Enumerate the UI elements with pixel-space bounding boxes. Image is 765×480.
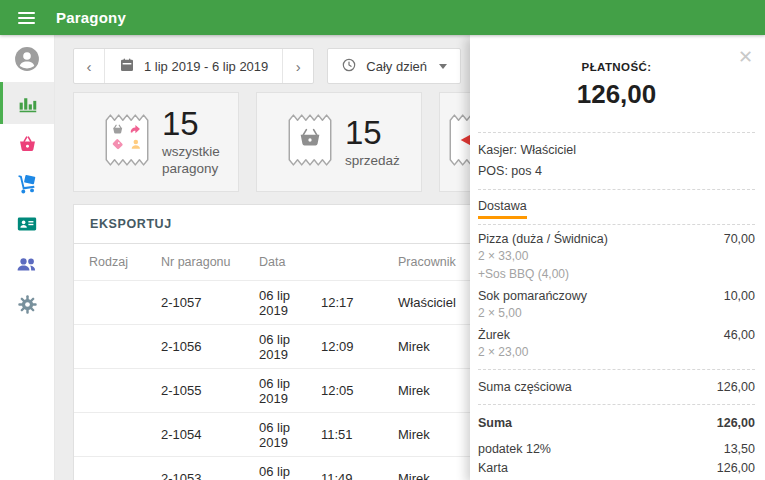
calendar-icon — [119, 57, 135, 76]
table-header-row: Rodzaj Nr paragonu Data Pracownik — [74, 244, 502, 280]
payment-amount: 126,00 — [478, 79, 755, 110]
order-type-label: Dostawa — [478, 199, 527, 219]
stat-label: paragony — [162, 160, 220, 177]
bar-chart-icon — [17, 93, 38, 114]
app-header: Paragony — [0, 0, 765, 35]
payment-method-row: Karta 126,00 — [478, 459, 755, 478]
receipt-items: Pizza (duża / Świdnica) 70,00 2 × 33,00 … — [478, 225, 755, 369]
sidebar-item-reports[interactable] — [0, 82, 54, 124]
column-header-number: Nr paragonu — [161, 255, 259, 269]
hand-truck-icon — [16, 173, 38, 195]
basket-icon — [17, 134, 38, 155]
payment-method-label: Karta — [478, 459, 508, 478]
export-button-label: EKSPORTUJ — [90, 217, 172, 231]
item-price: 10,00 — [724, 289, 755, 303]
tax-amount: 13,50 — [724, 440, 755, 459]
total-row: Suma 126,00 — [478, 414, 755, 433]
contact-card-icon — [16, 213, 38, 235]
item-price: 46,00 — [724, 328, 755, 342]
sidebar-item-supply[interactable] — [0, 164, 54, 204]
total-label: Suma — [478, 414, 512, 433]
next-period-button[interactable]: › — [283, 49, 313, 83]
sidebar-item-sales[interactable] — [0, 124, 54, 164]
item-price: 70,00 — [724, 232, 755, 246]
stat-value: 15 — [162, 107, 220, 140]
tax-label: podatek 12% — [478, 440, 551, 459]
item-name: Żurek — [478, 328, 510, 342]
table-row[interactable]: 2-1053 06 lip 2019 11:49 Mirek — [74, 456, 502, 480]
item-detail: 2 × 5,00 — [478, 306, 755, 321]
pos-line: POS: pos 4 — [478, 161, 755, 182]
date-range-button[interactable]: 1 lip 2019 - 6 lip 2019 — [104, 49, 283, 83]
subtotal-amount: 126,00 — [717, 380, 755, 394]
receipt-time: 11:49 — [321, 471, 398, 480]
prev-period-button[interactable]: ‹ — [74, 49, 104, 83]
table-row[interactable]: 2-1054 06 lip 2019 11:51 Mirek — [74, 412, 502, 456]
page-title: Paragony — [56, 9, 126, 26]
stat-card-all-receipts[interactable]: 15 wszystkie paragony — [73, 92, 239, 192]
receipt-item: Pizza (duża / Świdnica) 70,00 2 × 33,00 … — [478, 225, 755, 282]
total-amount: 126,00 — [717, 414, 755, 433]
table-row[interactable]: 2-1057 06 lip 2019 12:17 Właściciel — [74, 280, 502, 324]
receipt-date: 06 lip 2019 — [259, 420, 321, 450]
payment-label: PŁATNOŚĆ: — [478, 61, 755, 73]
column-header-date: Data — [259, 255, 321, 269]
item-name: Sok pomarańczowy — [478, 289, 587, 303]
receipt-time: 12:05 — [321, 383, 398, 398]
tax-row: podatek 12% 13,50 — [478, 440, 755, 459]
column-header-type: Rodzaj — [89, 255, 161, 269]
receipt-date: 06 lip 2019 — [259, 332, 321, 362]
subtotal-row: Suma częściowa 126,00 — [478, 370, 755, 404]
item-detail: +Sos BBQ (4,00) — [478, 267, 755, 282]
date-range-group: ‹ 1 lip 2019 - 6 lip 2019 › — [73, 48, 314, 84]
receipt-sale-icon — [287, 112, 333, 172]
order-type-row: Dostawa — [478, 190, 755, 224]
time-filter-dropdown[interactable]: Cały dzień — [328, 49, 460, 83]
receipt-date: 06 lip 2019 — [259, 464, 321, 480]
sidebar-item-settings[interactable] — [0, 284, 54, 324]
receipt-number: 2-1053 — [161, 471, 259, 480]
sidebar-item-staff[interactable] — [0, 244, 54, 284]
time-filter-label: Cały dzień — [366, 59, 427, 74]
receipt-time: 11:51 — [321, 427, 398, 442]
stat-label: sprzedaż — [345, 152, 400, 169]
people-icon — [16, 253, 38, 275]
table-row[interactable]: 2-1056 06 lip 2019 12:09 Mirek — [74, 324, 502, 368]
gear-icon — [17, 294, 38, 315]
receipt-time: 12:17 — [321, 295, 398, 310]
receipt-item: Żurek 46,00 2 × 23,00 — [478, 321, 755, 360]
hamburger-menu-icon[interactable] — [18, 12, 35, 24]
date-range-label: 1 lip 2019 - 6 lip 2019 — [144, 59, 268, 74]
item-name: Pizza (duża / Świdnica) — [478, 232, 608, 246]
receipt-date: 06 lip 2019 — [259, 376, 321, 406]
receipt-time: 12:09 — [321, 339, 398, 354]
cashier-line: Kasjer: Właściciel — [478, 140, 755, 161]
stat-value: 15 — [345, 116, 400, 149]
receipt-all-icon — [104, 112, 150, 172]
receipt-date: 06 lip 2019 — [259, 288, 321, 318]
subtotal-label: Suma częściowa — [478, 380, 572, 394]
receipt-number: 2-1057 — [161, 295, 259, 310]
user-icon — [14, 46, 40, 72]
sidebar-item-clients[interactable] — [0, 204, 54, 244]
time-filter-group: Cały dzień — [327, 48, 461, 84]
receipt-detail-panel: ✕ PŁATNOŚĆ: 126,00 Kasjer: Właściciel PO… — [470, 35, 765, 480]
receipt-number: 2-1054 — [161, 427, 259, 442]
sidebar — [0, 35, 55, 480]
item-detail: 2 × 23,00 — [478, 345, 755, 360]
cashier-info: Kasjer: Właściciel POS: pos 4 — [478, 133, 755, 189]
chevron-right-icon: › — [296, 58, 301, 75]
clock-icon — [341, 57, 357, 76]
receipt-number: 2-1056 — [161, 339, 259, 354]
totals-block: Suma 126,00 podatek 12% 13,50 Karta 126,… — [478, 405, 755, 480]
sidebar-item-profile[interactable] — [0, 35, 54, 82]
stat-card-sales[interactable]: 15 sprzedaż — [256, 92, 422, 192]
export-button[interactable]: EKSPORTUJ — [74, 205, 502, 244]
receipt-number: 2-1055 — [161, 383, 259, 398]
payment-method-amount: 126,00 — [717, 459, 755, 478]
table-row[interactable]: 2-1055 06 lip 2019 12:05 Mirek — [74, 368, 502, 412]
chevron-down-icon — [439, 64, 447, 69]
receipts-table: EKSPORTUJ Rodzaj Nr paragonu Data Pracow… — [73, 204, 503, 480]
chevron-left-icon: ‹ — [87, 58, 92, 75]
close-icon[interactable]: ✕ — [738, 48, 753, 66]
